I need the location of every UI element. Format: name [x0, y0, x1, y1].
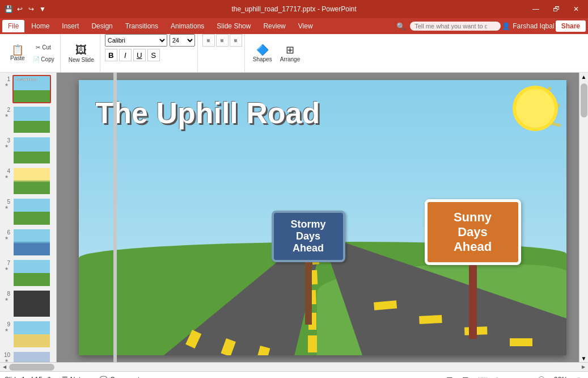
slide-sorter-button[interactable]: ⊡ — [460, 374, 471, 379]
align-left-button[interactable]: ≡ — [202, 34, 215, 47]
title-bar: 💾 ↩ ↪ ▼ the_uphill_road_17717.pptx - Pow… — [0, 0, 588, 18]
save-icon[interactable]: 💾 — [5, 5, 12, 13]
toolbar-clipboard: 📋 Paste ✂ Cut 📄 Copy — [5, 34, 61, 72]
share-button[interactable]: Share — [556, 20, 586, 32]
slide-thumbnail-3[interactable] — [12, 136, 51, 165]
font-family-select[interactable]: Calibri — [105, 34, 167, 47]
slide-thumb-5[interactable]: 5 ★ — [2, 198, 54, 226]
slide-thumb-10[interactable]: 10 ★ — [2, 351, 54, 362]
toolbar-font: Calibri 24 B I U S — [103, 34, 198, 72]
window-controls: — 🗗 ✕ — [528, 4, 583, 14]
scroll-right-button[interactable]: ▶ — [579, 363, 588, 371]
slideshow-button[interactable]: ▶ — [494, 374, 505, 379]
scroll-up-button[interactable]: ▲ — [580, 73, 588, 81]
arrange-button[interactable]: ⊞ Arrange — [277, 41, 304, 65]
slide-thumbnail-2[interactable] — [12, 106, 51, 134]
tab-view[interactable]: View — [293, 20, 319, 32]
slide-thumb-3[interactable]: 3 ★ — [2, 136, 54, 165]
paste-button[interactable]: 📋 Paste — [7, 43, 28, 64]
tab-transitions[interactable]: Transitions — [120, 20, 164, 32]
undo-icon[interactable]: ↩ — [16, 5, 24, 13]
sunny-sign: Sunny Days Ahead — [425, 199, 521, 339]
svg-rect-10 — [308, 335, 317, 352]
customize-icon[interactable]: ▼ — [39, 5, 46, 13]
status-bar: Slide 1 of 15 ✎ ☰ Notes 💬 Comments ⊞ ⊡ 📖… — [0, 371, 588, 378]
minimize-button[interactable]: — — [528, 4, 544, 14]
stormy-sign-pole — [305, 262, 312, 325]
cut-button[interactable]: ✂ Cut — [29, 42, 58, 53]
strikethrough-button[interactable]: S — [147, 49, 160, 61]
italic-button[interactable]: I — [119, 49, 132, 61]
slide-thumbnail-6[interactable] — [12, 228, 51, 257]
tab-review[interactable]: Review — [257, 20, 291, 32]
slide-thumbnail-7[interactable] — [12, 259, 51, 287]
slide-thumb-2[interactable]: 2 ★ — [2, 106, 54, 134]
font-size-select[interactable]: 24 — [170, 34, 195, 47]
stormy-sign-board: Stormy Days Ahead — [272, 211, 345, 262]
slide-thumb-4[interactable]: 4 ★ — [2, 167, 54, 195]
scroll-thumb[interactable] — [581, 83, 587, 117]
search-input[interactable] — [410, 22, 501, 31]
vertical-scrollbar[interactable]: ▲ ▼ — [579, 73, 588, 362]
tab-design[interactable]: Design — [86, 20, 118, 32]
align-right-button[interactable]: ≡ — [230, 34, 242, 47]
restore-button[interactable]: 🗗 — [548, 4, 564, 14]
slide-thumb-7[interactable]: 7 ★ — [2, 259, 54, 287]
close-button[interactable]: ✕ — [569, 4, 583, 14]
stormy-sign: Stormy Days Ahead — [272, 211, 345, 325]
new-slide-button[interactable]: 🖼 New Slide — [65, 41, 98, 65]
slide-thumb-8[interactable]: 8 ★ — [2, 289, 54, 318]
copy-button[interactable]: 📄 Copy — [29, 54, 58, 65]
zoom-label: 90% — [554, 376, 568, 379]
main-layout: 1 ★ The Uphill Road 2 ★ 3 ★ — [0, 73, 588, 362]
zoom-thumb[interactable] — [538, 376, 545, 379]
normal-view-button[interactable]: ⊞ — [444, 374, 455, 379]
fit-slide-button[interactable]: ⤢ — [572, 374, 583, 379]
slide-thumbnail-1[interactable]: The Uphill Road — [12, 75, 51, 103]
align-center-button[interactable]: ≡ — [216, 34, 229, 47]
tab-insert[interactable]: Insert — [56, 20, 84, 32]
slide-thumbnail-9[interactable] — [12, 320, 51, 348]
scroll-down-button[interactable]: ▼ — [580, 354, 588, 362]
title-bar-left: 💾 ↩ ↪ ▼ — [5, 5, 46, 13]
status-right: ⊞ ⊡ 📖 ▶ 90% ⤢ — [444, 374, 583, 379]
panel-resize-handle[interactable] — [113, 73, 117, 362]
comments-label: Comments — [110, 376, 143, 379]
comments-button[interactable]: 💬 Comments — [96, 375, 146, 379]
tab-slideshow[interactable]: Slide Show — [211, 20, 256, 32]
slide-thumb-6[interactable]: 6 ★ — [2, 228, 54, 257]
redo-icon[interactable]: ↪ — [27, 5, 35, 13]
slide-thumb-1[interactable]: 1 ★ The Uphill Road — [2, 75, 54, 103]
username-label: Farshad Iqbal — [513, 22, 554, 30]
toolbar: 📋 Paste ✂ Cut 📄 Copy 🖼 New Slide Calibri… — [0, 34, 588, 73]
status-edit-icon[interactable]: ✎ — [47, 375, 54, 379]
shapes-button[interactable]: 🔷 Shapes — [249, 41, 276, 65]
toolbar-drawing: 🔷 Shapes ⊞ Arrange — [247, 34, 306, 72]
slide-thumbnail-8[interactable] — [12, 289, 51, 318]
underline-button[interactable]: U — [133, 49, 146, 61]
slide-canvas[interactable]: Stormy Days Ahead Sunny Days Ahead The U… — [79, 80, 566, 355]
user-section[interactable]: 👤 Farshad Iqbal — [502, 22, 554, 30]
slide-thumb-9[interactable]: 9 ★ — [2, 320, 54, 348]
reading-view-button[interactable]: 📖 — [476, 374, 490, 379]
sunny-sign-pole — [469, 265, 477, 339]
tab-file[interactable]: File — [2, 20, 24, 32]
tab-animations[interactable]: Animations — [165, 20, 210, 32]
slide-count-label: Slide 1 of 15 — [5, 376, 43, 379]
slide-thumbnail-10[interactable] — [12, 351, 51, 362]
ribbon-bar: File Home Insert Design Transitions Anim… — [0, 18, 588, 34]
notes-label: Notes — [70, 376, 88, 379]
scroll-thumb-h[interactable] — [9, 364, 54, 371]
scroll-track-h — [9, 363, 579, 371]
slide-thumbnail-5[interactable] — [12, 198, 51, 226]
slide-thumbnail-4[interactable] — [12, 167, 51, 195]
horizontal-scrollbar: ◀ ▶ — [0, 362, 588, 371]
tab-home[interactable]: Home — [26, 20, 55, 32]
notes-button[interactable]: ☰ Notes — [58, 375, 91, 379]
slide-panel[interactable]: 1 ★ The Uphill Road 2 ★ 3 ★ — [0, 73, 57, 362]
scroll-left-button[interactable]: ◀ — [0, 363, 9, 371]
slide-number-1: 1 — [2, 75, 10, 82]
sunny-sign-board: Sunny Days Ahead — [425, 199, 521, 265]
bold-button[interactable]: B — [105, 49, 117, 61]
window-title: the_uphill_road_17717.pptx - PowerPoint — [231, 5, 356, 13]
